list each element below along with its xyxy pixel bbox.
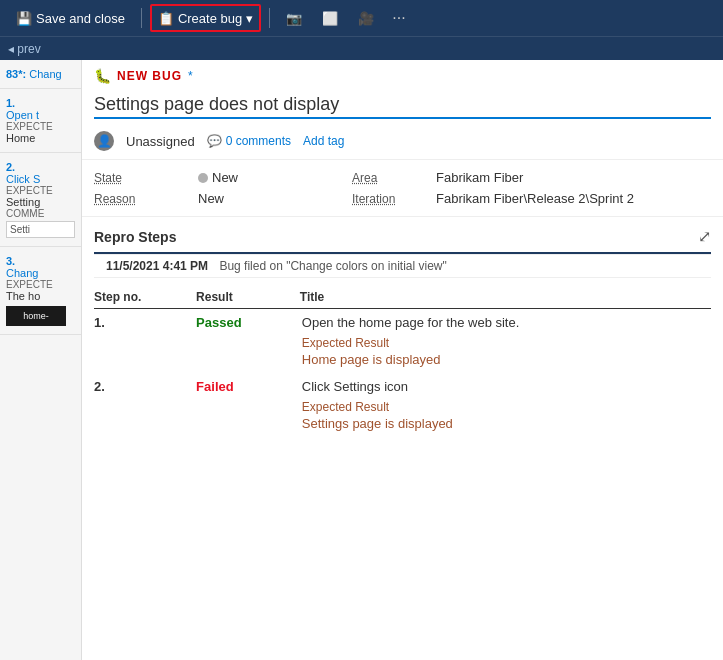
step-title-cell: Open the home page for the web site.Expe… <box>294 309 711 374</box>
record-icon: ⬜ <box>322 11 338 26</box>
iteration-value[interactable]: Fabrikam Fiber\Release 2\Sprint 2 <box>436 191 711 206</box>
create-bug-label: Create bug <box>178 11 242 26</box>
result-badge: Failed <box>196 379 234 394</box>
toolbar-separator <box>141 8 142 28</box>
step-sub-label: Expected Result <box>302 336 705 350</box>
file-row: 11/5/2021 4:41 PM Bug filed on "Change c… <box>94 254 711 278</box>
step-number: 2. <box>94 373 190 437</box>
assignee-avatar: 👤 <box>94 131 114 151</box>
file-date: 11/5/2021 4:41 PM <box>106 259 208 273</box>
record-button[interactable]: ⬜ <box>314 4 346 32</box>
step-title-cell: Click Settings iconExpected ResultSettin… <box>294 373 711 437</box>
left-item-3-image: home- <box>6 306 66 326</box>
title-input-wrap <box>82 88 723 127</box>
repro-header: Repro Steps ⤢ <box>94 217 711 254</box>
iteration-label: Iteration <box>352 192 432 206</box>
left-item-2-expected-label: EXPECTE <box>6 185 75 196</box>
left-item-1-expected-val: Home <box>6 132 75 144</box>
bug-title-input[interactable] <box>94 92 711 119</box>
left-item-num: 83*: <box>6 68 26 80</box>
save-close-button[interactable]: 💾 Save and close <box>8 4 133 32</box>
add-tag-button[interactable]: Add tag <box>303 134 344 148</box>
bug-header-icon: 🐛 <box>94 68 111 84</box>
save-icon: 💾 <box>16 11 32 26</box>
create-bug-button[interactable]: 📋 Create bug ▾ <box>150 4 261 32</box>
repro-section: Repro Steps ⤢ 11/5/2021 4:41 PM Bug file… <box>82 217 723 660</box>
comments-icon: 💬 <box>207 134 222 148</box>
step-result: Passed <box>190 309 294 374</box>
file-text: Bug filed on "Change colors on initial v… <box>219 259 446 273</box>
more-button[interactable]: ··· <box>386 5 411 31</box>
left-item-2-comment-label: COMME <box>6 208 75 219</box>
bug-new-label: NEW BUG <box>117 69 182 83</box>
left-item-3[interactable]: 3. Chang EXPECTE The ho home- <box>0 247 81 335</box>
left-item-1-title: Open t <box>6 109 75 121</box>
more-icon: ··· <box>392 9 405 26</box>
prev-nav[interactable]: ◂ prev <box>8 42 41 56</box>
screenshot-button[interactable]: 📷 <box>278 4 310 32</box>
left-panel: 83*: Chang 1. Open t EXPECTE Home 2. Cli… <box>0 60 82 660</box>
save-close-label: Save and close <box>36 11 125 26</box>
nav-bar: ◂ prev <box>0 36 723 60</box>
reason-label: Reason <box>94 192 194 206</box>
fields-grid: State New Area Fabrikam Fiber Reason New… <box>82 160 723 217</box>
table-row: 2.FailedClick Settings iconExpected Resu… <box>94 373 711 437</box>
col-step-no: Step no. <box>94 286 190 309</box>
bug-asterisk: * <box>188 69 193 83</box>
bug-icon: 📋 <box>158 11 174 26</box>
step-main-text: Open the home page for the web site. <box>302 315 705 330</box>
state-text: New <box>212 170 238 185</box>
left-item-2[interactable]: 2. Click S EXPECTE Setting COMME Setti <box>0 153 81 247</box>
left-item-3-expected-val: The ho <box>6 290 75 302</box>
toolbar-separator-2 <box>269 8 270 28</box>
left-item-2-comment-val: Setti <box>6 221 75 238</box>
area-value[interactable]: Fabrikam Fiber <box>436 170 711 185</box>
result-badge: Passed <box>196 315 242 330</box>
state-value[interactable]: New <box>198 170 348 185</box>
left-item-1-expected-label: EXPECTE <box>6 121 75 132</box>
video-button[interactable]: 🎥 <box>350 4 382 32</box>
table-row: 1.PassedOpen the home page for the web s… <box>94 309 711 374</box>
bug-header: 🐛 NEW BUG * <box>82 60 723 88</box>
reason-value[interactable]: New <box>198 191 348 206</box>
step-main-text: Click Settings icon <box>302 379 705 394</box>
left-item-1-num: 1. <box>6 97 75 109</box>
left-item-title: Chang <box>29 68 61 80</box>
toolbar: 💾 Save and close 📋 Create bug ▾ 📷 ⬜ 🎥 ··… <box>0 0 723 36</box>
area-label: Area <box>352 171 432 185</box>
assignee-row: 👤 Unassigned 💬 0 comments Add tag <box>82 127 723 160</box>
step-sub-label: Expected Result <box>302 400 705 414</box>
repro-expand-button[interactable]: ⤢ <box>698 227 711 246</box>
left-item-2-title: Click S <box>6 173 75 185</box>
right-panel: 🐛 NEW BUG * 👤 Unassigned 💬 0 comments Ad… <box>82 60 723 660</box>
reason-text: New <box>198 191 224 206</box>
steps-table: Step no. Result Title 1.PassedOpen the h… <box>94 286 711 437</box>
comments-button[interactable]: 💬 0 comments <box>207 134 291 148</box>
col-title: Title <box>294 286 711 309</box>
assignee-label[interactable]: Unassigned <box>126 134 195 149</box>
step-number: 1. <box>94 309 190 374</box>
left-item-2-num: 2. <box>6 161 75 173</box>
left-item-2-expected-val: Setting <box>6 196 75 208</box>
repro-title: Repro Steps <box>94 229 176 245</box>
left-item-3-title: Chang <box>6 267 75 279</box>
video-icon: 🎥 <box>358 11 374 26</box>
state-label: State <box>94 171 194 185</box>
col-result: Result <box>190 286 294 309</box>
state-dot <box>198 173 208 183</box>
left-item-3-expected-label: EXPECTE <box>6 279 75 290</box>
screenshot-icon: 📷 <box>286 11 302 26</box>
step-sub-val: Home page is displayed <box>302 352 705 367</box>
left-item-header: 83*: Chang <box>0 60 81 89</box>
left-item-3-num: 3. <box>6 255 75 267</box>
step-result: Failed <box>190 373 294 437</box>
left-item-1[interactable]: 1. Open t EXPECTE Home <box>0 89 81 153</box>
main-layout: 83*: Chang 1. Open t EXPECTE Home 2. Cli… <box>0 60 723 660</box>
avatar-icon: 👤 <box>97 134 112 148</box>
step-sub-val: Settings page is displayed <box>302 416 705 431</box>
comments-count: 0 comments <box>226 134 291 148</box>
dropdown-arrow: ▾ <box>246 11 253 26</box>
